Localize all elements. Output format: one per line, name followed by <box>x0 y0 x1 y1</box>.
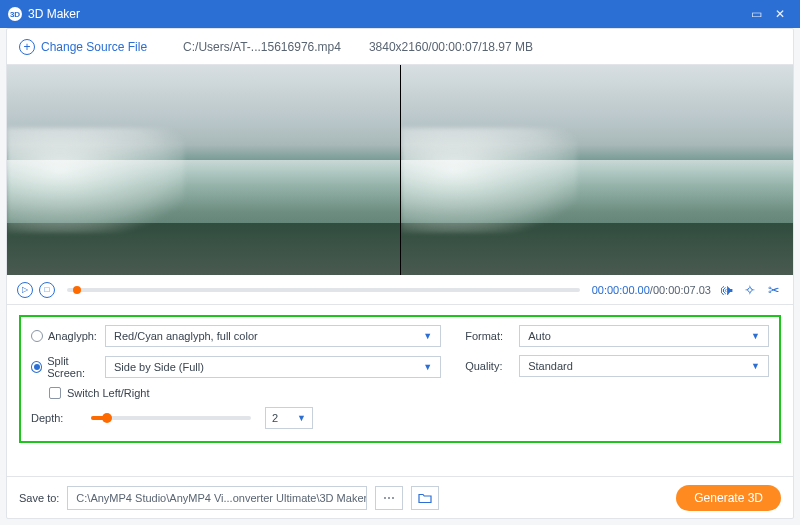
preview-right <box>400 65 794 275</box>
format-select[interactable]: Auto ▼ <box>519 325 769 347</box>
play-button[interactable]: ▷ <box>17 282 33 298</box>
split-row: Split Screen: Side by Side (Full) ▼ <box>31 355 441 379</box>
format-label: Format: <box>465 330 519 342</box>
anaglyph-row: Anaglyph: Red/Cyan anaglyph, full color … <box>31 325 441 347</box>
seek-track[interactable] <box>67 288 580 292</box>
player-controls: ▷ □ 00:00:00.00/00:00:07.03 🕪 ✧ ✂ <box>7 275 793 305</box>
anaglyph-radio[interactable] <box>31 330 43 342</box>
app-icon: 3D <box>8 7 22 21</box>
time-display: 00:00:00.00/00:00:07.03 <box>592 284 711 296</box>
folder-icon <box>418 492 432 504</box>
chevron-down-icon: ▼ <box>423 362 432 372</box>
anaglyph-value: Red/Cyan anaglyph, full color <box>114 330 258 342</box>
save-path-box: C:\AnyMP4 Studio\AnyMP4 Vi...onverter Ul… <box>67 486 367 510</box>
time-current: 00:00:00.00 <box>592 284 650 296</box>
toolbar: + Change Source File C:/Users/AT-...1561… <box>7 29 793 65</box>
depth-slider[interactable] <box>91 416 251 420</box>
chevron-down-icon: ▼ <box>751 361 760 371</box>
close-button[interactable]: ✕ <box>768 7 792 21</box>
save-path: C:\AnyMP4 Studio\AnyMP4 Vi...onverter Ul… <box>76 492 367 504</box>
save-to-label: Save to: <box>19 492 59 504</box>
split-label-group: Split Screen: <box>31 355 105 379</box>
depth-row: Depth: 2 ▼ <box>31 407 441 429</box>
slider-knob[interactable] <box>102 413 112 423</box>
split-select[interactable]: Side by Side (Full) ▼ <box>105 356 441 378</box>
depth-label: Depth: <box>31 412 77 424</box>
chevron-down-icon: ▼ <box>297 413 306 423</box>
file-info: C:/Users/AT-...15616976.mp4 3840x2160/00… <box>183 40 533 54</box>
anaglyph-select[interactable]: Red/Cyan anaglyph, full color ▼ <box>105 325 441 347</box>
content-area: + Change Source File C:/Users/AT-...1561… <box>6 28 794 519</box>
browse-button[interactable]: ⋯ <box>375 486 403 510</box>
anaglyph-label-group: Anaglyph: <box>31 330 105 342</box>
switch-label: Switch Left/Right <box>67 387 150 399</box>
settings-left-column: Anaglyph: Red/Cyan anaglyph, full color … <box>31 325 441 437</box>
volume-icon[interactable]: 🕪 <box>717 282 735 298</box>
preview-left <box>7 65 400 275</box>
settings-area: Anaglyph: Red/Cyan anaglyph, full color … <box>7 305 793 453</box>
change-source-label: Change Source File <box>41 40 147 54</box>
quality-row: Quality: Standard ▼ <box>465 355 769 377</box>
stop-button[interactable]: □ <box>39 282 55 298</box>
snapshot-icon[interactable]: ✧ <box>741 282 759 298</box>
quality-select[interactable]: Standard ▼ <box>519 355 769 377</box>
generate-button[interactable]: Generate 3D <box>676 485 781 511</box>
minimize-button[interactable]: ▭ <box>744 7 768 21</box>
generate-label: Generate 3D <box>694 491 763 505</box>
video-preview <box>7 65 793 275</box>
anaglyph-label: Anaglyph: <box>48 330 97 342</box>
switch-checkbox[interactable] <box>49 387 61 399</box>
settings-right-column: Format: Auto ▼ Quality: Standard ▼ <box>465 325 769 437</box>
chevron-down-icon: ▼ <box>751 331 760 341</box>
time-total: 00:00:07.03 <box>653 284 711 296</box>
format-value: Auto <box>528 330 551 342</box>
file-path: C:/Users/AT-...15616976.mp4 <box>183 40 341 54</box>
quality-value: Standard <box>528 360 573 372</box>
change-source-button[interactable]: + Change Source File <box>19 39 147 55</box>
titlebar: 3D 3D Maker ▭ ✕ <box>0 0 800 28</box>
format-row: Format: Auto ▼ <box>465 325 769 347</box>
app-title: 3D Maker <box>28 7 744 21</box>
quality-label: Quality: <box>465 360 519 372</box>
cut-icon[interactable]: ✂ <box>765 282 783 298</box>
depth-value: 2 <box>272 412 278 424</box>
chevron-down-icon: ▼ <box>423 331 432 341</box>
settings-panel: Anaglyph: Red/Cyan anaglyph, full color … <box>19 315 781 443</box>
switch-row: Switch Left/Right <box>31 387 441 399</box>
split-radio[interactable] <box>31 361 42 373</box>
split-value: Side by Side (Full) <box>114 361 204 373</box>
split-label: Split Screen: <box>47 355 105 379</box>
open-folder-button[interactable] <box>411 486 439 510</box>
seek-knob[interactable] <box>73 286 81 294</box>
depth-select[interactable]: 2 ▼ <box>265 407 313 429</box>
file-meta: 3840x2160/00:00:07/18.97 MB <box>369 40 533 54</box>
footer: Save to: C:\AnyMP4 Studio\AnyMP4 Vi...on… <box>7 476 793 518</box>
plus-icon: + <box>19 39 35 55</box>
